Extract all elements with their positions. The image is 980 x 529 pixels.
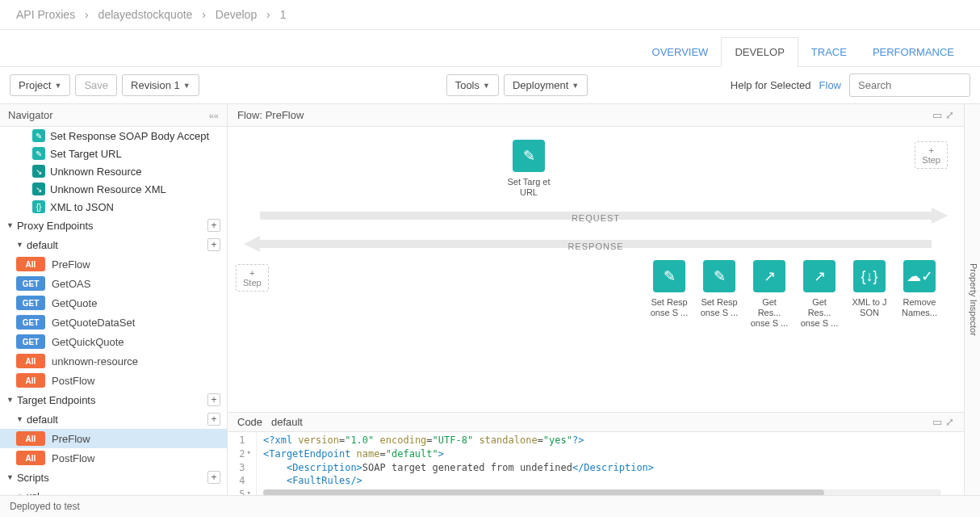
add-proxy-endpoint[interactable]: + bbox=[207, 219, 220, 232]
cloud-icon: ☁✓ bbox=[903, 260, 936, 292]
share-icon: ↗ bbox=[803, 260, 836, 292]
project-menu[interactable]: Project▼ bbox=[10, 74, 70, 96]
verb-badge: All bbox=[16, 354, 45, 368]
policy-item[interactable]: ✎Set Response SOAP Body Accept bbox=[0, 127, 227, 145]
flow-canvas-column: Flow: PreFlow ▭ ⤢ ✎ Set Targ et URL +Ste… bbox=[228, 104, 964, 495]
view-split-icon[interactable]: ▭ bbox=[932, 109, 942, 121]
deployment-menu[interactable]: Deployment▼ bbox=[504, 74, 588, 96]
code-editor[interactable]: <?xml version="1.0" encoding="UTF-8" sta… bbox=[257, 432, 948, 495]
policy-item[interactable]: ↘Unknown Resource XML bbox=[0, 180, 227, 198]
breadcrumb: API Proxies › delayedstockquote › Develo… bbox=[0, 0, 980, 30]
proxy-endpoints-section[interactable]: ▼Proxy Endpoints+ bbox=[0, 216, 227, 235]
add-request-step[interactable]: +Step bbox=[915, 141, 948, 169]
search-input[interactable] bbox=[849, 73, 970, 97]
braces-icon: {↓} bbox=[853, 260, 886, 292]
arrow-left-icon bbox=[244, 236, 260, 252]
request-step[interactable]: ✎ Set Targ et URL bbox=[506, 140, 551, 198]
proxy-flow-item[interactable]: AllPreFlow bbox=[0, 254, 227, 274]
code-split-icon[interactable]: ▭ bbox=[932, 416, 942, 428]
collapse-navigator-icon[interactable]: «« bbox=[209, 111, 219, 120]
navigator-header: Navigator «« bbox=[0, 104, 227, 127]
proxy-flow-item[interactable]: GETGetQuickQuote bbox=[0, 332, 227, 351]
response-step[interactable]: {↓}XML to J SON bbox=[850, 260, 889, 330]
target-flow-item[interactable]: AllPreFlow bbox=[0, 429, 227, 448]
proxy-flow-item[interactable]: GETGetQuoteDataSet bbox=[0, 313, 227, 332]
target-flow-item[interactable]: AllPostFlow bbox=[0, 448, 227, 468]
breadcrumb-rev: 1 bbox=[280, 8, 287, 21]
code-panel: Code default ▭ ⤢ 1 2▾3 4 5▾ <?xml versio… bbox=[228, 412, 964, 495]
share-icon: ↗ bbox=[753, 260, 785, 292]
tab-overview[interactable]: OVERVIEW bbox=[639, 38, 722, 66]
arrow-icon: ↘ bbox=[32, 165, 45, 178]
add-response-step[interactable]: +Step bbox=[236, 264, 269, 292]
response-step[interactable]: ↗Get Res... onse S ... bbox=[800, 260, 839, 330]
breadcrumb-root[interactable]: API Proxies bbox=[16, 8, 75, 21]
add-target-endpoint[interactable]: + bbox=[207, 393, 220, 406]
proxy-flow-item[interactable]: GETGetOAS bbox=[0, 274, 227, 293]
response-step[interactable]: ☁✓Remove Names... bbox=[900, 260, 939, 330]
horizontal-scrollbar[interactable] bbox=[263, 489, 941, 495]
code-context: default bbox=[271, 416, 303, 428]
pencil-icon: ✎ bbox=[653, 260, 685, 292]
save-button[interactable]: Save bbox=[75, 74, 117, 96]
navigator-panel: Navigator «« ✎Set Response SOAP Body Acc… bbox=[0, 104, 228, 495]
code-gutter: 1 2▾3 4 5▾ bbox=[228, 432, 257, 495]
xsl-folder[interactable]: ▼xsl bbox=[0, 487, 227, 495]
verb-badge: GET bbox=[16, 296, 45, 310]
help-link[interactable]: Flow bbox=[819, 79, 841, 91]
tab-trace[interactable]: TRACE bbox=[798, 38, 860, 66]
pencil-icon: ✎ bbox=[703, 260, 735, 292]
braces-icon: {} bbox=[32, 200, 45, 213]
help-label: Help for Selected bbox=[731, 79, 811, 91]
verb-badge: All bbox=[16, 451, 45, 465]
view-tabs: OVERVIEW DEVELOP TRACE PERFORMANCE bbox=[0, 30, 980, 67]
breadcrumb-proxy[interactable]: delayedstockquote bbox=[98, 8, 193, 21]
verb-badge: GET bbox=[16, 276, 45, 291]
tab-develop[interactable]: DEVELOP bbox=[721, 37, 798, 67]
target-endpoints-section[interactable]: ▼Target Endpoints+ bbox=[0, 390, 227, 409]
response-step[interactable]: ✎Set Resp onse S ... bbox=[700, 260, 739, 330]
add-target-flow[interactable]: + bbox=[207, 413, 220, 426]
response-step[interactable]: ↗Get Res... onse S ... bbox=[750, 260, 789, 330]
status-bar: Deployed to test bbox=[0, 495, 980, 517]
policy-item[interactable]: {}XML to JSON bbox=[0, 198, 227, 216]
revision-menu[interactable]: Revision 1▼ bbox=[122, 74, 199, 96]
verb-badge: GET bbox=[16, 334, 45, 349]
verb-badge: All bbox=[16, 431, 45, 446]
breadcrumb-view[interactable]: Develop bbox=[216, 8, 257, 21]
pencil-icon: ✎ bbox=[513, 140, 545, 172]
proxy-flow-item[interactable]: GETGetQuote bbox=[0, 293, 227, 313]
verb-badge: All bbox=[16, 373, 45, 388]
flow-canvas[interactable]: ✎ Set Targ et URL +Step REQUEST RESPONSE… bbox=[228, 127, 964, 412]
toolbar: Project▼ Save Revision 1▼ Tools▼ Deploym… bbox=[0, 67, 980, 104]
arrow-icon: ↘ bbox=[32, 183, 45, 195]
policy-item[interactable]: ✎Set Target URL bbox=[0, 145, 227, 162]
pencil-icon: ✎ bbox=[32, 147, 45, 160]
flow-title: Flow: PreFlow bbox=[237, 109, 304, 121]
scripts-section[interactable]: ▼Scripts+ bbox=[0, 468, 227, 487]
main-layout: Navigator «« ✎Set Response SOAP Body Acc… bbox=[0, 104, 980, 495]
verb-badge: GET bbox=[16, 315, 45, 330]
tab-performance[interactable]: PERFORMANCE bbox=[860, 38, 967, 66]
verb-badge: All bbox=[16, 257, 45, 271]
add-script[interactable]: + bbox=[207, 471, 220, 484]
property-inspector-tab[interactable]: Property Inspector bbox=[964, 104, 980, 495]
policy-item[interactable]: ↘Unknown Resource bbox=[0, 162, 227, 180]
flow-header: Flow: PreFlow ▭ ⤢ bbox=[228, 104, 964, 127]
pencil-icon: ✎ bbox=[32, 129, 45, 142]
add-proxy-flow[interactable]: + bbox=[207, 238, 220, 251]
proxy-flow-item[interactable]: Allunknown-resource bbox=[0, 351, 227, 371]
code-expand-icon[interactable]: ⤢ bbox=[945, 416, 954, 428]
code-label: Code bbox=[237, 416, 262, 428]
tools-menu[interactable]: Tools▼ bbox=[446, 74, 499, 96]
response-step[interactable]: ✎Set Resp onse S ... bbox=[650, 260, 689, 330]
view-expand-icon[interactable]: ⤢ bbox=[945, 109, 954, 121]
proxy-default[interactable]: ▼default+ bbox=[0, 235, 227, 254]
arrow-right-icon bbox=[932, 208, 948, 224]
target-default[interactable]: ▼default+ bbox=[0, 409, 227, 429]
proxy-flow-item[interactable]: AllPostFlow bbox=[0, 371, 227, 390]
